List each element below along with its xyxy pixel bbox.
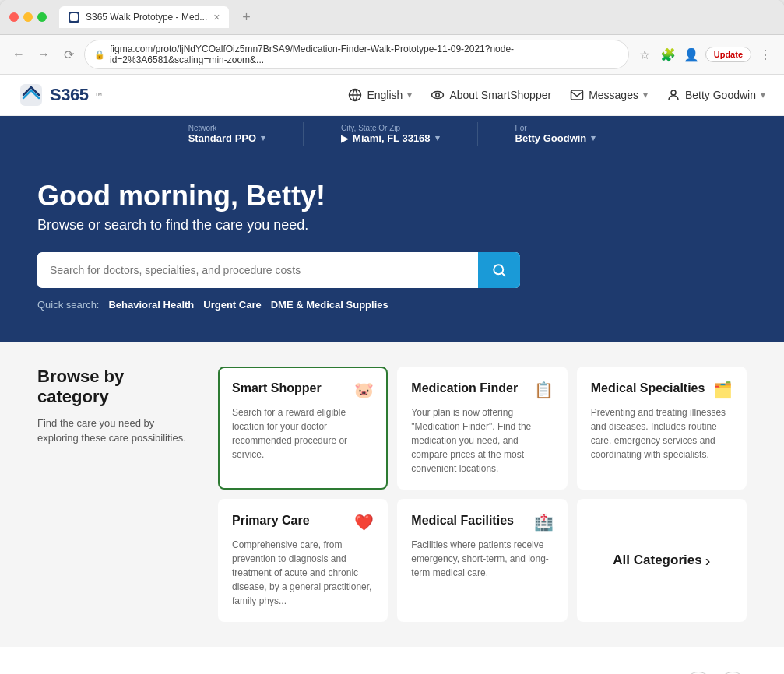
grid-icon: 🗂️ — [713, 381, 733, 399]
browser-titlebar: S365 Walk Prototype - Med... × + — [0, 0, 784, 35]
lock-icon: 🔒 — [94, 50, 105, 60]
logo-trademark: ™ — [94, 91, 102, 100]
pig-icon: 🐷 — [354, 381, 374, 399]
language-chevron: ▾ — [407, 90, 412, 100]
tab-title: S365 Walk Prototype - Med... — [86, 12, 207, 23]
search-button[interactable] — [478, 252, 520, 288]
search-input[interactable] — [37, 253, 478, 287]
svg-point-4 — [436, 93, 440, 97]
browse-description: Find the care you need by exploring thes… — [37, 416, 193, 446]
quick-search-dme-medical[interactable]: DME & Medical Supplies — [271, 299, 388, 311]
card-title: Medical Facilities — [411, 513, 514, 528]
card-header: Medication Finder 📋 — [411, 381, 553, 399]
messages-chevron: ▾ — [643, 90, 648, 100]
card-title: Medication Finder — [411, 381, 518, 395]
user-chevron: ▾ — [761, 90, 765, 100]
card-header: Primary Care ❤️ — [232, 513, 374, 532]
category-card-all-categories[interactable]: All Categories › — [577, 499, 747, 622]
location-chevron: ▾ — [435, 133, 440, 143]
card-description: Search for a reward eligible location fo… — [232, 405, 374, 462]
messages-section: Important Messages ‹ › New Pharmacy Bene… — [0, 647, 784, 674]
network-value: Standard PPO ▾ — [188, 132, 265, 144]
network-selector[interactable]: Network Standard PPO ▾ — [188, 124, 265, 144]
category-card-medical-specialties[interactable]: Medical Specialties 🗂️ Preventing and tr… — [577, 367, 747, 490]
extensions-btn[interactable]: 🧩 — [659, 45, 677, 64]
for-chevron: ▾ — [591, 133, 596, 143]
logo-icon — [19, 82, 44, 107]
card-title: Primary Care — [232, 513, 310, 528]
for-selector[interactable]: For Betty Goodwin ▾ — [515, 124, 596, 144]
quick-search: Quick search: Behavioral Health Urgent C… — [37, 299, 747, 311]
category-card-primary-care[interactable]: Primary Care ❤️ Comprehensive care, from… — [218, 499, 388, 622]
about-smartshopper-link[interactable]: About SmartShopper — [431, 88, 551, 102]
svg-point-3 — [432, 92, 444, 99]
hero-greeting: Good morning, Betty! — [37, 180, 747, 212]
tab-favicon — [69, 12, 79, 23]
browse-left-panel: Browse by category Find the care you nee… — [37, 367, 193, 622]
header-navigation: English ▾ About SmartShopper Messages ▾ — [348, 88, 765, 102]
app-header: S365™ English ▾ About SmartShopper Messa… — [0, 75, 784, 116]
card-header: Medical Specialties 🗂️ — [591, 381, 733, 399]
messages-link[interactable]: Messages ▾ — [570, 88, 648, 102]
back-btn[interactable]: ← — [9, 45, 28, 64]
browser-nav-actions: ☆ 🧩 👤 Update ⋮ — [635, 45, 775, 64]
all-categories-arrow: › — [705, 552, 711, 570]
network-chevron: ▾ — [261, 133, 265, 143]
card-title: Smart Shopper — [232, 381, 322, 395]
new-tab-btn[interactable]: + — [235, 6, 257, 28]
heart-icon: ❤️ — [354, 513, 374, 532]
address-text: figma.com/proto/ljNdYCOalfOiz5mn7BrSA9/M… — [110, 44, 619, 65]
sub-header-bar: Network Standard PPO ▾ City, state or zi… — [0, 116, 784, 152]
hero-subtitle: Browse or search to find the care you ne… — [37, 217, 747, 233]
tab-close-btn[interactable]: × — [213, 11, 220, 23]
browser-nav: ← → ⟳ 🔒 figma.com/proto/ljNdYCOalfOiz5mn… — [0, 35, 784, 75]
location-selector[interactable]: City, state or zip ▶ Miami, FL 33168 ▾ — [341, 124, 439, 144]
tab-bar: S365 Walk Prototype - Med... × + — [59, 6, 775, 28]
browse-section: Browse by category Find the care you nee… — [0, 342, 784, 647]
profile-btn[interactable]: 👤 — [682, 45, 701, 64]
bookmark-btn[interactable]: ☆ — [635, 45, 654, 64]
reload-btn[interactable]: ⟳ — [59, 45, 78, 64]
category-card-medical-facilities[interactable]: Medical Facilities 🏥 Facilities where pa… — [397, 499, 567, 622]
user-name-label: Betty Goodwin — [685, 89, 756, 101]
mail-icon — [570, 88, 584, 102]
address-bar[interactable]: 🔒 figma.com/proto/ljNdYCOalfOiz5mn7BrSA9… — [84, 40, 629, 69]
forward-btn[interactable]: → — [34, 45, 53, 64]
minimize-window-btn[interactable] — [23, 12, 33, 22]
document-icon: 📋 — [534, 381, 554, 399]
browse-grid: Smart Shopper 🐷 Search for a reward elig… — [218, 367, 747, 622]
card-description: Facilities where patients receive emerge… — [411, 538, 553, 580]
divider-1 — [303, 122, 304, 146]
category-card-medication-finder[interactable]: Medication Finder 📋 Your plan is now off… — [397, 367, 567, 490]
svg-line-8 — [502, 273, 505, 276]
card-title: Medical Specialties — [591, 381, 705, 395]
building-icon: 🏥 — [534, 513, 554, 532]
close-window-btn[interactable] — [9, 12, 19, 22]
quick-search-behavioral-health[interactable]: Behavioral Health — [108, 299, 194, 311]
svg-rect-0 — [70, 13, 78, 21]
browser-window: S365 Walk Prototype - Med... × + ← → ⟳ 🔒… — [0, 0, 784, 674]
user-menu[interactable]: Betty Goodwin ▾ — [666, 88, 765, 102]
messages-label: Messages — [589, 89, 638, 101]
active-tab[interactable]: S365 Walk Prototype - Med... × — [59, 6, 229, 28]
svg-rect-5 — [571, 90, 583, 100]
network-label: Network — [188, 124, 217, 132]
language-selector[interactable]: English ▾ — [348, 88, 412, 102]
card-description: Your plan is now offering "Medication Fi… — [411, 405, 553, 476]
card-description: Comprehensive care, from prevention to d… — [232, 538, 374, 608]
maximize-window-btn[interactable] — [37, 12, 47, 22]
quick-search-urgent-care[interactable]: Urgent Care — [203, 299, 261, 311]
menu-btn[interactable]: ⋮ — [756, 45, 775, 64]
category-card-smart-shopper[interactable]: Smart Shopper 🐷 Search for a reward elig… — [218, 367, 388, 490]
search-icon — [492, 263, 506, 277]
update-button[interactable]: Update — [705, 47, 751, 62]
divider-2 — [477, 122, 478, 146]
logo-text: S365 — [50, 85, 88, 105]
search-bar — [37, 252, 520, 288]
logo-area: S365™ — [19, 82, 102, 107]
for-label: For — [515, 124, 527, 132]
all-categories-label: All Categories — [613, 553, 701, 568]
card-header: Medical Facilities 🏥 — [411, 513, 553, 532]
svg-point-6 — [671, 90, 676, 95]
language-label: English — [367, 89, 403, 101]
